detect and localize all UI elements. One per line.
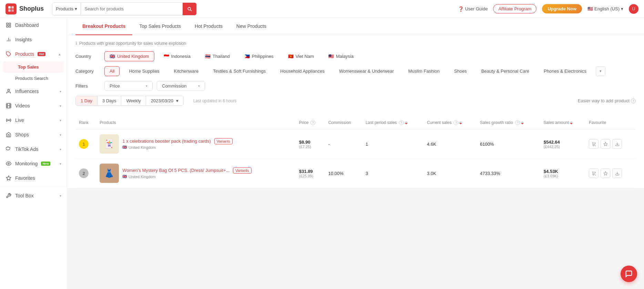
cat-btn-textiles[interactable]: Textiles & Soft Furnishings [208, 66, 271, 76]
price-filter-select[interactable]: Price ▾ [104, 81, 153, 91]
download-btn-2[interactable] [612, 168, 622, 178]
chevron-down-icon: ▾ [198, 84, 200, 88]
search-input[interactable] [81, 3, 183, 15]
easier-way-link[interactable]: Easier way to add product ? [578, 98, 636, 103]
product-name-2[interactable]: Women's Mystery Bag Of 5 PCS. (Dress/ Ju… [122, 168, 229, 173]
star-btn-1[interactable] [601, 139, 610, 149]
country-btn-malaysia[interactable]: 🇲🇾 Malaysia [323, 51, 359, 61]
variants-badge-1[interactable]: Variants [214, 138, 233, 144]
add-to-shop-btn-2[interactable] [589, 168, 599, 178]
upgrade-button[interactable]: Upgrade Now [542, 4, 582, 13]
current-sales-info-icon[interactable]: ? [453, 120, 458, 125]
avatar[interactable]: U [629, 4, 638, 14]
search-type-dropdown[interactable]: Products ▾ [52, 3, 81, 15]
cat-btn-phones[interactable]: Phones & Electronics [539, 66, 592, 76]
filters-area: ℹ Products with great opportunity for sa… [67, 35, 644, 116]
sidebar-sub-item-top-sales[interactable]: Top Sales [3, 61, 64, 73]
sidebar-item-monitoring[interactable]: Monitoring New ▾ [0, 156, 67, 171]
cat-btn-shoes[interactable]: Shoes [449, 66, 472, 76]
commission-filter-select[interactable]: Commission ▾ [157, 81, 205, 91]
category-filter-row: Category All Home Supplies Kitchenware T… [75, 66, 636, 76]
search-button[interactable] [183, 3, 196, 15]
svg-point-9 [8, 89, 9, 91]
col-rank: Rank [75, 116, 96, 130]
rank-cell: 2 [75, 159, 96, 188]
cat-btn-kitchenware[interactable]: Kitchenware [169, 66, 204, 76]
add-to-shop-btn-1[interactable] [589, 139, 599, 149]
cat-btn-beauty[interactable]: Beauty & Personal Care [476, 66, 534, 76]
sidebar-item-influencers[interactable]: Influencers ▾ [0, 84, 67, 99]
cat-btn-household[interactable]: Household Appliances [275, 66, 330, 76]
last-period-info-icon[interactable]: ? [399, 120, 404, 125]
col-last-period-sales: Last period sales ? [362, 116, 423, 130]
product-origin-1: 🇬🇧 United Kingdom [122, 145, 233, 149]
tab-hot-products[interactable]: Hot Products [188, 18, 229, 35]
sidebar-item-tiktok-ads[interactable]: TikTok Ads ▾ [0, 142, 67, 156]
favourite-cell-1 [585, 130, 636, 159]
sidebar-item-label: Shops [15, 132, 29, 137]
sidebar-item-shops[interactable]: Shops ▾ [0, 127, 67, 142]
main-content: Breakout Products Top Sales Products Hot… [67, 18, 644, 289]
tab-new-products[interactable]: New Products [229, 18, 273, 35]
user-guide-link[interactable]: ❓ User Guide [458, 6, 488, 12]
sidebar-item-label: Influencers [15, 89, 39, 94]
country-btn-indonesia[interactable]: 🇮🇩 Indonesia [159, 51, 196, 61]
info-circle-icon: ℹ [75, 41, 77, 46]
cat-btn-home-supplies[interactable]: Home Supplies [124, 66, 164, 76]
country-btn-vietnam[interactable]: 🇻🇳 Viet Nam [283, 51, 319, 61]
svg-rect-6 [7, 25, 8, 27]
sidebar-item-live[interactable]: Live ▾ [0, 113, 67, 127]
language-selector[interactable]: 🇺🇸 English (US) ▾ [587, 6, 623, 11]
period-1day[interactable]: 1 Day [76, 96, 98, 105]
sort-icon-active [521, 121, 524, 124]
person-icon [6, 88, 12, 94]
variants-badge-2[interactable]: Variants [233, 167, 252, 174]
sidebar-sub-item-products-search[interactable]: Products Search [0, 73, 67, 84]
product-name-1[interactable]: 1 x celebrations booster pack (trading c… [122, 138, 211, 144]
ph-flag: 🇵🇭 [244, 54, 250, 59]
affiliate-button[interactable]: Affiliate Program [493, 4, 536, 13]
period-3days[interactable]: 3 Days [98, 96, 121, 105]
th-flag: 🇹🇭 [205, 54, 211, 59]
chevron-icon: ▾ [60, 133, 61, 137]
sidebar-item-label: Monitoring [15, 161, 38, 166]
search-bar: Products ▾ [52, 2, 197, 16]
sidebar-item-toolbox[interactable]: Tool Box ▾ [0, 188, 67, 203]
country-btn-philippines[interactable]: 🇵🇭 Philippines [239, 51, 279, 61]
download-btn-1[interactable] [612, 139, 622, 149]
cat-btn-womenswear[interactable]: Womenswear & Underwear [334, 66, 399, 76]
star-btn-2[interactable] [601, 168, 610, 178]
growth-ratio-info-icon[interactable]: ? [515, 120, 520, 125]
category-filter-label: Category [75, 69, 100, 74]
sidebar-item-dashboard[interactable]: Dashboard [0, 18, 67, 32]
cat-btn-all[interactable]: All [104, 66, 120, 76]
chat-bubble[interactable] [621, 266, 637, 282]
category-expand-btn[interactable]: ▾ [596, 66, 605, 76]
sidebar-item-products[interactable]: Products Hot ▲ [0, 47, 67, 61]
chevron-down-icon: ▾ [146, 84, 147, 88]
logo[interactable]: Shoplus [6, 3, 44, 14]
chevron-down-icon: ▾ [75, 6, 77, 11]
period-weekly[interactable]: Weekly [121, 96, 146, 105]
country-btn-uk[interactable]: 🇬🇧 United Kingdom [104, 51, 154, 61]
hint-text: Products with great opportunity for sale… [79, 41, 186, 46]
sidebar-item-videos[interactable]: Videos ▾ [0, 99, 67, 113]
svg-point-22 [595, 145, 595, 146]
sidebar-item-favorites[interactable]: Favorites [0, 171, 67, 185]
price-info-icon[interactable]: ? [310, 120, 315, 125]
country-btn-thailand[interactable]: 🇹🇭 Thailand [200, 51, 235, 61]
logo-text: Shoplus [19, 5, 44, 12]
rank-badge-2: 2 [79, 168, 89, 178]
sidebar-item-insights[interactable]: Insights [0, 32, 67, 47]
last-updated-text: Last updated in 6 hours [193, 99, 236, 103]
price-cell-1: $8.90 (£7.25) [296, 130, 325, 159]
date-picker[interactable]: 2023/03/20 ▾ [146, 96, 183, 105]
product-image-1: 🃏 [100, 134, 119, 154]
store-icon [6, 132, 12, 138]
cat-btn-muslim-fashion[interactable]: Muslim Fashion [403, 66, 445, 76]
chevron-icon: ▾ [60, 194, 61, 198]
tab-top-sales-products[interactable]: Top Sales Products [132, 18, 188, 35]
hot-badge: Hot [38, 52, 45, 56]
tab-breakout-products[interactable]: Breakout Products [75, 18, 132, 35]
products-table-wrapper: Rank Products Price ? Commission [67, 116, 644, 188]
